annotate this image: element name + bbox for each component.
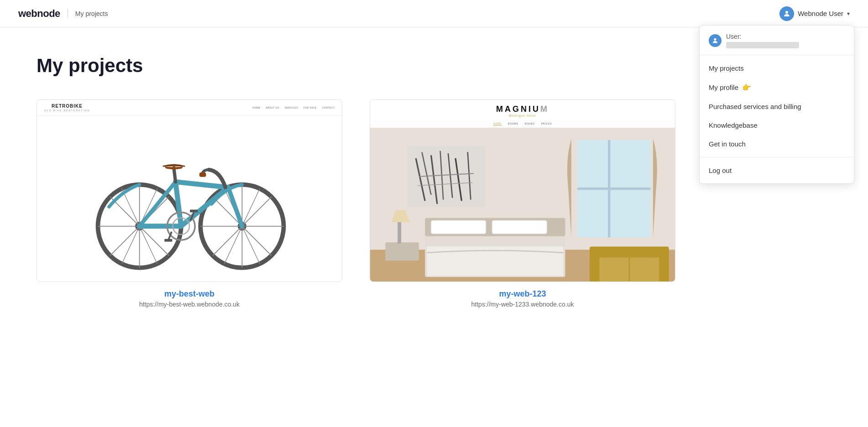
logo[interactable]: webnode [18,8,60,20]
magnum-nav-dining: DINING [525,122,535,125]
svg-rect-36 [577,187,650,190]
cursor-icon: 👉 [742,83,751,92]
dropdown-user-section: User: [700,26,854,55]
user-menu-trigger[interactable]: Webnode User ▾ [779,6,850,21]
svg-rect-58 [659,256,669,281]
dropdown-item-logout[interactable]: Log out [700,161,854,180]
bike-svg [78,121,300,276]
user-name: Webnode User [798,10,843,17]
project-thumbnail-retrobike: RETROBIKE OLD BIKE RESTORATION HOME ABOU… [37,99,342,282]
svg-line-24 [174,168,176,182]
dropdown-user-info: User: [726,33,799,48]
svg-rect-48 [397,222,401,244]
dropdown-item-knowledgebase[interactable]: Knowledgebase [700,116,854,135]
svg-rect-29 [164,239,172,242]
mockup-nav-services: SERVICES [285,106,298,109]
svg-rect-47 [385,242,418,260]
magnum-nav-home: HOME [493,122,502,125]
project-thumbnail-magnum: MAGNIUM Boutique hotel HOME ROOMS DINING… [370,99,675,282]
svg-rect-56 [590,247,669,258]
header-nav-title: My projects [75,10,108,17]
magnum-bedroom [370,128,675,281]
svg-line-22 [228,187,242,226]
mockup-nav-contact: CONTACT [322,106,335,109]
mockup-nav-home: HOME [252,106,260,109]
svg-rect-23 [199,172,206,177]
svg-rect-30 [190,210,198,213]
header-divider [68,9,68,18]
mockup-nav-about: ABOUT US [266,106,279,109]
header: webnode My projects Webnode User ▾ [0,0,868,27]
project-name-magnum[interactable]: my-web-123 [499,289,546,299]
user-avatar-icon [779,6,794,21]
dropdown-item-contact[interactable]: Get in touch [700,135,854,153]
magnum-subtitle: Boutique hotel [377,114,668,117]
magnum-title: MAGNIUM [377,104,668,114]
mockup-nav-retrobike: RETROBIKE OLD BIKE RESTORATION HOME ABOU… [37,100,342,116]
svg-point-0 [785,11,788,14]
retrobike-mockup: RETROBIKE OLD BIKE RESTORATION HOME ABOU… [37,100,342,281]
magnum-nav-rooms: ROOMS [508,122,518,125]
dropdown-logout-section: Log out [700,157,854,183]
svg-point-60 [714,38,716,41]
dropdown-items-section: My projects My profile 👉 Purchased servi… [700,55,854,157]
svg-line-19 [176,182,228,187]
project-card-retrobike[interactable]: RETROBIKE OLD BIKE RESTORATION HOME ABOU… [37,99,342,308]
header-left: webnode My projects [18,8,108,20]
project-name-retrobike[interactable]: my-best-web [164,289,214,299]
dropdown-item-my-profile[interactable]: My profile 👉 [700,78,854,97]
mockup-logo-text: RETROBIKE [44,104,90,109]
svg-rect-37 [407,146,486,207]
project-card-magnum[interactable]: MAGNIUM Boutique hotel HOME ROOMS DINING… [370,99,675,308]
dropdown-user-avatar-icon [709,34,722,47]
magnum-nav: HOME ROOMS DINING PRICES [370,120,675,128]
dropdown-user-label: User: [726,33,799,40]
project-url-magnum: https://my-web-1233.webnode.co.uk [471,301,574,308]
my-profile-label: My profile [709,83,738,91]
magnum-nav-prices: PRICES [541,122,552,125]
projects-grid: RETROBIKE OLD BIKE RESTORATION HOME ABOU… [37,99,675,308]
chevron-down-icon: ▾ [847,10,850,17]
mockup-logo: RETROBIKE OLD BIKE RESTORATION [44,104,90,112]
mockup-nav-links: HOME ABOUT US SERVICES FOR SALE CONTACT [252,106,335,109]
mockup-nav-forsale: FOR SALE [303,106,317,109]
svg-rect-54 [492,220,547,234]
dropdown-user-email-blur [726,42,799,48]
dropdown-item-billing[interactable]: Purchased services and billing [700,97,854,116]
mockup-logo-sub: OLD BIKE RESTORATION [44,109,90,112]
svg-rect-53 [431,220,486,234]
magnum-header: MAGNIUM Boutique hotel [370,100,675,120]
project-url-retrobike: https://my-best-web.webnode.co.uk [139,301,240,308]
user-dropdown-menu: User: My projects My profile 👉 Purchased… [699,25,854,184]
magnum-mockup: MAGNIUM Boutique hotel HOME ROOMS DINING… [370,100,675,281]
dropdown-item-my-projects[interactable]: My projects [700,59,854,78]
mockup-bike-area [37,116,342,281]
svg-rect-57 [590,256,599,281]
